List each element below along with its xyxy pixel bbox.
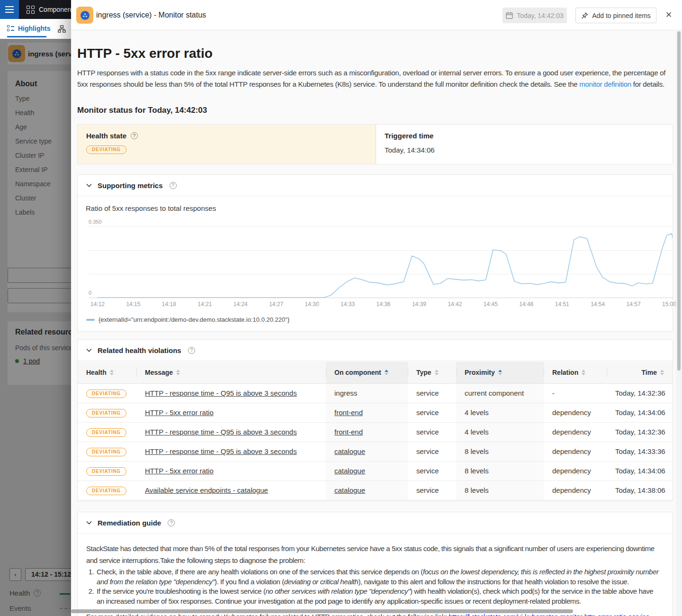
triggered-time-panel: Triggered time Today, 14:34:06: [376, 125, 673, 164]
sort-icon[interactable]: [498, 370, 502, 375]
column-header-proximity[interactable]: Proximity: [456, 362, 544, 383]
help-icon[interactable]: ?: [170, 182, 177, 189]
violation-message-link[interactable]: HTTP - 5xx error ratio: [145, 467, 214, 475]
cell-type: service: [408, 422, 456, 442]
x-axis-tick: 14:12: [90, 301, 105, 308]
remediation-step: Check, in the table above, if there are …: [96, 567, 662, 587]
deviating-badge: DEVIATING: [86, 467, 126, 476]
vertical-scrollbar[interactable]: [676, 31, 682, 616]
cell-health: DEVIATING: [78, 442, 136, 461]
monitor-description: HTTP responses with a status code in the…: [77, 67, 673, 90]
deviating-badge: DEVIATING: [86, 487, 126, 495]
cell-relation: dependency: [544, 442, 607, 461]
tab-highlights[interactable]: Highlights: [7, 19, 50, 37]
nav-components[interactable]: Components: [27, 0, 76, 19]
violation-row: DEVIATINGHTTP - response time - Q95 is a…: [78, 383, 673, 403]
deviating-badge: DEVIATING: [86, 428, 126, 437]
cell-message: Available service endpoints - catalogue: [136, 480, 326, 500]
deviating-badge: DEVIATING: [86, 145, 126, 154]
component-link[interactable]: front-end: [334, 428, 363, 436]
health-state-label: Health state: [86, 132, 126, 140]
cell-message: HTTP - response time - Q95 is above 3 se…: [136, 442, 326, 461]
cell-time: Today, 14:33:36: [607, 442, 673, 461]
cell-component: catalogue: [326, 461, 408, 480]
cell-relation: -: [544, 383, 607, 403]
violation-message-link[interactable]: HTTP - response time - Q95 is above 3 se…: [145, 389, 297, 397]
violation-message-link[interactable]: Available service endpoints - catalogue: [145, 486, 268, 494]
time-button[interactable]: Today, 14:42:03: [503, 8, 567, 23]
column-header-component[interactable]: On component: [326, 362, 408, 383]
sort-icon[interactable]: [435, 370, 439, 375]
x-axis-tick: 14:54: [591, 301, 605, 308]
cell-time: Today, 14:32:36: [607, 383, 673, 403]
scrollbar-thumb[interactable]: [677, 31, 681, 371]
x-axis-tick: 14:51: [555, 301, 569, 308]
cell-time: Today, 14:34:06: [607, 461, 673, 480]
service-icon: [76, 7, 93, 24]
help-icon[interactable]: ?: [131, 132, 138, 139]
cell-message: HTTP - response time - Q95 is above 3 se…: [136, 383, 326, 403]
chevron-down-icon[interactable]: [86, 183, 92, 187]
x-axis-tick: 14:24: [233, 301, 248, 308]
component-link[interactable]: catalogue: [334, 447, 365, 455]
x-axis-tick: 14:42: [448, 301, 462, 308]
deviating-badge: DEVIATING: [86, 448, 126, 456]
cell-health: DEVIATING: [78, 480, 136, 500]
chevron-down-icon[interactable]: [86, 348, 92, 352]
x-axis-tick: 14:30: [305, 301, 319, 308]
sort-icon[interactable]: [176, 370, 180, 375]
topology-tab-icon[interactable]: [58, 25, 66, 35]
violation-message-link[interactable]: HTTP - 5xx error ratio: [145, 408, 214, 417]
menu-button[interactable]: [0, 0, 19, 19]
cell-time: Today, 14:32:36: [607, 422, 673, 442]
x-axis-tick: 14:15: [126, 301, 140, 308]
sort-icon[interactable]: [385, 370, 388, 375]
cell-message: HTTP - response time - Q95 is above 3 se…: [136, 422, 326, 442]
sort-icon[interactable]: [660, 370, 664, 375]
help-icon[interactable]: ?: [188, 347, 195, 354]
cell-type: service: [408, 480, 456, 500]
highlights-icon: [7, 25, 14, 31]
remediation-guide-title: Remediation guide: [98, 519, 161, 527]
sort-icon[interactable]: [110, 370, 114, 375]
component-link[interactable]: catalogue: [334, 486, 365, 494]
column-header-health[interactable]: Health: [78, 362, 136, 383]
status-heading: Monitor status for Today, 14:42:03: [77, 106, 207, 115]
cell-relation: dependency: [544, 422, 607, 442]
deviating-badge: DEVIATING: [86, 409, 126, 417]
supporting-metrics-title: Supporting metrics: [98, 181, 163, 190]
cell-time: Today, 14:38:06: [607, 480, 673, 500]
x-axis-tick: 15:00: [662, 301, 676, 308]
add-to-pinned-button[interactable]: Add to pinned items: [575, 8, 656, 23]
line-chart: [78, 222, 673, 300]
x-axis-tick: 14:57: [627, 301, 641, 308]
link[interactable]: monitor definition: [579, 80, 631, 88]
triggered-time-value: Today, 14:34:06: [385, 146, 664, 154]
cell-health: DEVIATING: [78, 422, 136, 442]
component-link[interactable]: catalogue: [334, 467, 365, 475]
cell-proximity: 8 levels: [456, 461, 544, 480]
cell-component: catalogue: [326, 480, 408, 500]
column-header-message[interactable]: Message: [136, 362, 326, 383]
close-icon[interactable]: ✕: [663, 9, 674, 21]
column-header-relation[interactable]: Relation: [544, 362, 607, 383]
x-axis-tick: 14:36: [377, 301, 391, 308]
cell-proximity: current component: [456, 383, 544, 403]
legend-line-swatch: [86, 319, 95, 321]
chart-legend: {externalId="urn:endpoint:/demo-dev.demo…: [86, 316, 289, 323]
x-axis-tick: 14:18: [162, 301, 176, 308]
modal-title: ingress (service) - Monitor status: [96, 11, 206, 19]
column-header-type[interactable]: Type: [408, 362, 456, 383]
cell-proximity: 8 levels: [456, 480, 544, 500]
help-icon[interactable]: ?: [168, 519, 175, 526]
violation-message-link[interactable]: HTTP - response time - Q95 is above 3 se…: [145, 428, 297, 436]
x-axis-tick: 14:21: [197, 301, 212, 308]
sort-icon[interactable]: [582, 370, 585, 375]
component-link[interactable]: front-end: [334, 408, 363, 417]
chevron-down-icon[interactable]: [86, 521, 92, 525]
x-axis-tick: 14:33: [341, 301, 355, 308]
link[interactable]: https://l.stackstate.com/ui-kubernetes-m…: [449, 613, 649, 616]
horizontal-scrollbar-thumb[interactable]: [71, 609, 573, 613]
column-header-time[interactable]: Time: [607, 362, 673, 383]
violation-message-link[interactable]: HTTP - response time - Q95 is above 3 se…: [145, 447, 297, 455]
